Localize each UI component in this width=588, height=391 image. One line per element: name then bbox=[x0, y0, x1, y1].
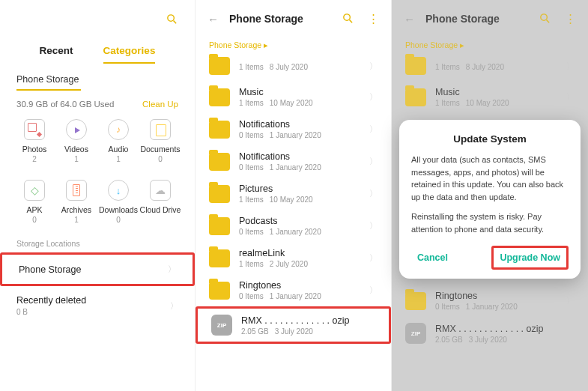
count: 1 bbox=[74, 155, 79, 163]
downloads-icon bbox=[108, 180, 129, 201]
file-date: 10 May 2020 bbox=[270, 196, 313, 204]
file-zip-rmx[interactable]: ZIP RMX . . . . . . . . . . . . . ozip 2… bbox=[196, 306, 391, 344]
chevron-right-icon: 〉 bbox=[369, 61, 378, 72]
back-icon[interactable]: ← bbox=[404, 13, 415, 25]
more-icon[interactable]: ⋮ bbox=[368, 12, 379, 25]
cleanup-link[interactable]: Clean Up bbox=[142, 100, 178, 109]
grid-clouddrive[interactable]: Cloud Drive bbox=[139, 180, 181, 224]
file-name: realmeLink bbox=[239, 248, 360, 258]
file-items: 1 Items bbox=[435, 99, 460, 107]
file-zip-rmx[interactable]: ZIP RMX . . . . . . . . . . . . . ozip 2… bbox=[392, 317, 588, 350]
apk-icon bbox=[24, 180, 45, 201]
file-name: RMX . . . . . . . . . . . . . ozip bbox=[435, 324, 575, 334]
chevron-right-icon: 〉 bbox=[369, 285, 378, 296]
chevron-right-icon: 〉 bbox=[168, 264, 176, 275]
search-icon[interactable] bbox=[342, 12, 354, 25]
file-items: 1 Items bbox=[239, 99, 264, 107]
folder-row[interactable]: Notifications0 Items1 January 2020〉 bbox=[196, 145, 391, 178]
chevron-right-icon: 〉 bbox=[369, 220, 378, 231]
header: ← Phone Storage ⋮ bbox=[196, 0, 391, 37]
file-date: 10 May 2020 bbox=[466, 99, 509, 107]
search-icon[interactable] bbox=[166, 13, 178, 25]
dialog-title: Update System bbox=[411, 133, 569, 145]
breadcrumb[interactable]: Phone Storage ▸ bbox=[392, 37, 588, 57]
folder-row[interactable]: Music1 Items10 May 2020〉 bbox=[196, 81, 391, 113]
folder-icon bbox=[209, 57, 230, 75]
folder-icon bbox=[209, 153, 230, 171]
section-phone-storage: Phone Storage bbox=[0, 64, 195, 86]
phone-storage-label: Phone Storage bbox=[19, 264, 81, 275]
folder-row[interactable]: Ringtones0 Items1 January 2020〉 bbox=[392, 285, 588, 317]
file-items: 0 Items bbox=[435, 303, 460, 311]
more-icon[interactable]: ⋮ bbox=[565, 12, 576, 25]
folder-row[interactable]: 1 Items8 July 2020〉 bbox=[392, 57, 588, 81]
count: 2 bbox=[32, 155, 37, 163]
tab-recent[interactable]: Recent bbox=[40, 40, 73, 64]
folder-row[interactable]: realmeLink1 Items2 July 2020〉 bbox=[196, 242, 391, 274]
tabs: Recent Categories bbox=[0, 40, 195, 64]
file-date: 10 May 2020 bbox=[270, 99, 313, 107]
panel-update-dialog: ← Phone Storage ⋮ Phone Storage ▸ 1 Item… bbox=[392, 0, 588, 391]
folder-row[interactable]: Music1 Items10 May 2020〉 bbox=[392, 81, 588, 113]
svg-point-0 bbox=[168, 14, 175, 20]
panel-phone-storage-list: ← Phone Storage ⋮ Phone Storage ▸ 1 Item… bbox=[196, 0, 392, 391]
grid-archives[interactable]: Archives1 bbox=[55, 180, 97, 224]
label: Audio bbox=[109, 145, 129, 154]
folder-icon bbox=[209, 185, 230, 203]
file-name: Notifications bbox=[239, 119, 360, 130]
folder-icon bbox=[405, 88, 426, 106]
grid-apk[interactable]: APK0 bbox=[13, 180, 55, 224]
file-size: 2.05 GB bbox=[435, 336, 463, 344]
phone-storage-item[interactable]: Phone Storage 〉 bbox=[0, 252, 195, 286]
folder-icon bbox=[405, 57, 426, 75]
folder-row[interactable]: Ringtones0 Items1 January 2020〉 bbox=[196, 274, 391, 306]
grid-videos[interactable]: Videos1 bbox=[55, 119, 97, 163]
dialog-actions: Cancel Upgrade Now bbox=[411, 246, 569, 270]
file-date: 1 January 2020 bbox=[270, 228, 321, 236]
upgrade-now-button[interactable]: Upgrade Now bbox=[491, 246, 569, 270]
storage-locations-header: Storage Locations bbox=[0, 224, 195, 252]
search-icon[interactable] bbox=[539, 12, 551, 25]
count: 0 bbox=[32, 216, 37, 224]
chevron-right-icon: 〉 bbox=[369, 188, 378, 199]
breadcrumb[interactable]: Phone Storage ▸ bbox=[196, 37, 391, 57]
svg-point-4 bbox=[541, 14, 548, 20]
svg-point-2 bbox=[344, 14, 351, 20]
tab-categories[interactable]: Categories bbox=[103, 40, 156, 64]
file-name: Music bbox=[239, 87, 360, 97]
file-name: Ringtones bbox=[239, 280, 360, 291]
folder-row[interactable]: 1 Items8 July 2020〉 bbox=[196, 57, 391, 81]
file-date: 1 January 2020 bbox=[466, 303, 518, 311]
chevron-right-icon: 〉 bbox=[566, 295, 575, 306]
recently-deleted-item[interactable]: Recently deleted 0 B 〉 bbox=[0, 286, 195, 325]
file-items: 1 Items bbox=[239, 260, 264, 268]
label: Downloads bbox=[99, 205, 138, 214]
label: APK bbox=[26, 205, 42, 214]
back-icon[interactable]: ← bbox=[207, 13, 219, 25]
svg-line-3 bbox=[350, 20, 353, 23]
recently-deleted-label: Recently deleted bbox=[16, 295, 86, 306]
file-items: 0 Items bbox=[239, 228, 264, 236]
file-date: 1 January 2020 bbox=[270, 292, 321, 300]
grid-downloads[interactable]: Downloads0 bbox=[97, 180, 139, 224]
folder-icon bbox=[209, 249, 230, 267]
file-items: 0 Items bbox=[239, 163, 264, 172]
cancel-button[interactable]: Cancel bbox=[411, 248, 454, 267]
folder-row[interactable]: Podcasts0 Items1 January 2020〉 bbox=[196, 210, 391, 242]
grid-documents[interactable]: Documents0 bbox=[139, 119, 181, 163]
folder-row[interactable]: Pictures1 Items10 May 2020〉 bbox=[196, 178, 391, 210]
header: ← Phone Storage ⋮ bbox=[392, 0, 588, 37]
grid-photos[interactable]: Photos2 bbox=[13, 119, 55, 163]
page-title: Phone Storage bbox=[425, 13, 528, 25]
categories-grid: Photos2 Videos1 Audio1 Documents0 APK0 A… bbox=[0, 119, 195, 224]
file-name: Podcasts bbox=[239, 216, 360, 226]
dialog-paragraph: All your data (such as contacts, SMS mes… bbox=[411, 154, 569, 203]
grid-audio[interactable]: Audio1 bbox=[97, 119, 139, 163]
file-items: 1 Items bbox=[239, 196, 264, 204]
cloud-icon bbox=[150, 180, 171, 201]
file-name: Music bbox=[435, 87, 557, 97]
documents-icon bbox=[150, 119, 171, 140]
top-bar bbox=[0, 0, 195, 37]
file-name: Ringtones bbox=[435, 291, 557, 301]
folder-row[interactable]: Notifications0 Items1 January 2020〉 bbox=[196, 113, 391, 145]
